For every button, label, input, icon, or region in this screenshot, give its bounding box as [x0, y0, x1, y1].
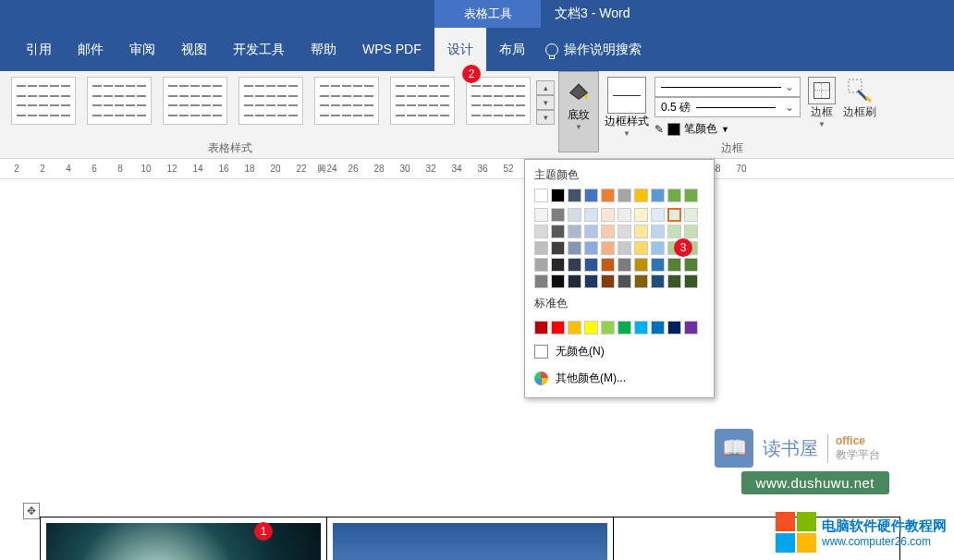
color-swatch[interactable] [568, 258, 581, 272]
color-swatch[interactable] [601, 274, 615, 288]
color-swatch[interactable] [568, 274, 581, 288]
color-swatch[interactable] [618, 208, 631, 222]
color-swatch[interactable] [651, 225, 665, 238]
document-area[interactable]: 📖 读书屋 office 教学平台 www.dushuwu.net ✥ [0, 179, 954, 560]
color-swatch[interactable] [634, 189, 648, 202]
tab-design[interactable]: 设计 [434, 28, 486, 71]
color-swatch[interactable] [651, 321, 665, 335]
color-swatch[interactable] [634, 241, 648, 255]
table-cell-image-2[interactable] [327, 517, 614, 561]
color-swatch[interactable] [551, 208, 565, 222]
color-swatch[interactable] [584, 208, 598, 222]
color-swatch[interactable] [551, 321, 565, 335]
color-swatch[interactable] [601, 208, 615, 222]
color-swatch[interactable] [584, 189, 598, 202]
spinner-down-icon[interactable]: ▾ [536, 95, 555, 110]
color-swatch[interactable] [634, 274, 648, 288]
word-table[interactable] [40, 517, 900, 560]
color-swatch[interactable] [534, 208, 548, 222]
color-swatch[interactable] [601, 258, 615, 272]
table-style-thumb[interactable] [466, 77, 531, 125]
table-style-thumb[interactable] [87, 77, 152, 125]
tab-references[interactable]: 引用 [13, 28, 65, 71]
table-cell-image-1[interactable] [41, 517, 327, 561]
color-swatch[interactable] [667, 321, 681, 335]
borders-dropdown-button[interactable]: 边框 ▼ [808, 77, 836, 158]
table-style-thumb[interactable] [314, 77, 379, 125]
border-style-dropdown[interactable]: 边框样式 ▼ [605, 71, 649, 158]
tab-review[interactable]: 审阅 [116, 28, 168, 71]
color-swatch[interactable] [568, 189, 581, 202]
line-weight-select[interactable]: 0.5 磅 ⌄ [654, 97, 801, 117]
horizontal-ruler[interactable]: 2246810121416182022興24262830323436525456… [0, 159, 954, 179]
color-swatch[interactable] [584, 274, 598, 288]
spinner-more-icon[interactable]: ▾ [536, 110, 555, 125]
color-swatch[interactable] [618, 258, 631, 272]
color-swatch[interactable] [618, 274, 631, 288]
table-style-thumb[interactable] [390, 77, 455, 125]
table-move-handle[interactable]: ✥ [23, 503, 40, 519]
pen-color-dropdown[interactable]: ✎ 笔颜色 ▼ [654, 121, 801, 137]
color-swatch[interactable] [667, 258, 681, 272]
color-swatch[interactable] [634, 258, 648, 272]
color-swatch[interactable] [534, 258, 548, 272]
more-colors-item[interactable]: 其他颜色(M)... [525, 365, 714, 392]
color-swatch[interactable] [651, 241, 665, 255]
color-swatch[interactable] [684, 225, 698, 238]
table-style-thumb[interactable] [163, 77, 227, 125]
color-swatch[interactable] [534, 189, 548, 202]
color-swatch[interactable] [584, 258, 598, 272]
tab-mailings[interactable]: 邮件 [65, 28, 116, 71]
color-swatch[interactable] [684, 258, 698, 272]
color-swatch[interactable] [634, 208, 648, 222]
color-swatch[interactable] [684, 189, 698, 202]
color-swatch[interactable] [551, 274, 565, 288]
color-swatch[interactable] [601, 189, 615, 202]
shading-dropdown-button[interactable]: 底纹 ▼ [558, 71, 599, 152]
color-swatch[interactable] [684, 208, 698, 222]
color-swatch[interactable] [667, 225, 681, 238]
color-swatch[interactable] [601, 241, 615, 255]
color-swatch[interactable] [651, 274, 665, 288]
table-styles-gallery[interactable]: // inline thumbs (template-only visual) … [0, 71, 555, 158]
color-swatch[interactable] [618, 241, 631, 255]
line-style-select[interactable]: ⌄ [654, 77, 801, 97]
table-style-thumb[interactable] [238, 77, 303, 125]
no-color-item[interactable]: 无颜色(N) [525, 338, 714, 365]
tab-help[interactable]: 帮助 [298, 28, 349, 71]
color-swatch[interactable] [601, 225, 615, 238]
color-swatch[interactable] [551, 189, 565, 202]
color-swatch[interactable] [634, 225, 648, 238]
tab-developer[interactable]: 开发工具 [220, 28, 298, 71]
color-swatch[interactable] [651, 189, 665, 202]
color-swatch[interactable] [684, 274, 698, 288]
color-swatch[interactable] [584, 225, 598, 238]
color-swatch[interactable] [584, 321, 598, 335]
color-swatch[interactable] [667, 208, 681, 222]
tab-wps-pdf[interactable]: WPS PDF [349, 28, 434, 71]
color-swatch[interactable] [551, 241, 565, 255]
color-swatch[interactable] [534, 225, 548, 238]
color-swatch[interactable] [684, 321, 698, 335]
color-swatch[interactable] [534, 321, 548, 335]
spinner-up-icon[interactable]: ▴ [536, 80, 555, 95]
border-painter-button[interactable]: 边框刷 [843, 77, 876, 158]
color-swatch[interactable] [651, 208, 665, 222]
color-swatch[interactable] [534, 241, 548, 255]
tell-me-search[interactable]: 操作说明搜索 [545, 42, 642, 58]
color-swatch[interactable] [618, 225, 631, 238]
color-swatch[interactable] [651, 258, 665, 272]
color-swatch[interactable] [601, 321, 615, 335]
color-swatch[interactable] [568, 321, 581, 335]
color-swatch[interactable] [584, 241, 598, 255]
color-swatch[interactable] [568, 208, 581, 222]
gallery-spinner[interactable]: ▴ ▾ ▾ [536, 80, 555, 127]
color-swatch[interactable] [551, 225, 565, 238]
table-style-thumb[interactable] [11, 77, 76, 125]
color-swatch[interactable] [534, 274, 548, 288]
color-swatch[interactable] [667, 189, 681, 202]
color-swatch[interactable] [568, 241, 581, 255]
color-swatch[interactable] [618, 321, 631, 335]
color-swatch[interactable] [551, 258, 565, 272]
tab-layout[interactable]: 布局 [486, 28, 538, 71]
